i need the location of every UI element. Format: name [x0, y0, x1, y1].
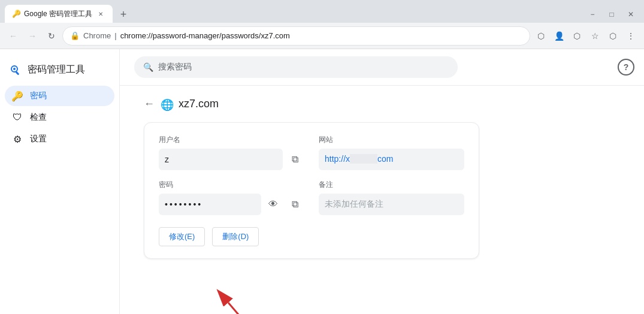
username-field-group: 用户名 z ⧉ — [159, 135, 304, 170]
password-value: •••••••• — [159, 194, 261, 215]
minimize-button[interactable]: − — [584, 8, 601, 20]
app-title: 密码管理工具 — [28, 64, 85, 76]
browser-toolbar: ← → ↻ 🔒 Chrome | chrome://password-manag… — [0, 23, 644, 49]
app-logo — [10, 64, 22, 76]
search-bar[interactable]: 🔍 搜索密码 — [134, 56, 458, 78]
password-label: 密码 — [159, 180, 304, 190]
sidebar-label-settings: 设置 — [30, 134, 47, 144]
site-link[interactable]: http://x com — [325, 154, 393, 165]
chrome-label: Chrome — [83, 31, 111, 40]
site-title: xz7.com — [179, 98, 219, 110]
tab-favicon: 🔑 — [12, 10, 20, 18]
active-tab[interactable]: 🔑 Google 密码管理工具 ✕ — [5, 5, 113, 23]
site-url-redacted — [350, 154, 377, 164]
note-value: 未添加任何备注 — [319, 194, 464, 215]
password-input-row: •••••••• 👁 ⧉ — [159, 194, 304, 215]
sidebar-item-passwords[interactable]: 🔑 密码 — [5, 86, 114, 106]
toggle-password-button[interactable]: 👁 — [264, 195, 283, 214]
note-label: 备注 — [319, 180, 464, 190]
extensions-icon[interactable]: ⬡ — [569, 28, 585, 44]
top-bar: 🔍 搜索密码 ? — [120, 49, 644, 86]
copy-password-button[interactable]: ⧉ — [285, 195, 304, 214]
address-separator: | — [114, 31, 116, 40]
username-label: 用户名 — [159, 135, 304, 145]
forward-button[interactable]: → — [24, 28, 41, 44]
search-placeholder: 搜索密码 — [158, 62, 192, 73]
sidebar-item-checkup[interactable]: 🛡 检查 — [5, 107, 114, 128]
star-icon[interactable]: ☆ — [586, 28, 603, 44]
help-button[interactable]: ? — [618, 59, 634, 76]
bookmark-manager-icon[interactable]: ⬡ — [533, 28, 549, 44]
back-button[interactable]: ← — [5, 28, 22, 44]
shield-icon: 🛡 — [12, 112, 23, 123]
more-menu-icon[interactable]: ⋮ — [622, 28, 639, 44]
website-field-group: 网站 http://x com — [319, 135, 464, 170]
credential-card: 用户名 z ⧉ 网站 ht — [144, 122, 479, 259]
content-area: ← 🌐 xz7.com 用户名 z ⧉ — [120, 86, 644, 314]
title-bar: 🔑 Google 密码管理工具 ✕ + − □ ✕ — [0, 0, 644, 23]
close-button[interactable]: ✕ — [622, 8, 639, 20]
page-content: 密码管理工具 🔑 密码 🛡 检查 ⚙ 设置 — [0, 49, 644, 314]
gear-icon: ⚙ — [12, 134, 23, 144]
card-actions: 修改(E) 删除(D) — [159, 227, 464, 246]
site-url-value: http://x com — [319, 149, 464, 170]
site-favicon: 🌐 — [161, 98, 173, 110]
window-controls: − □ ✕ — [584, 8, 639, 23]
main-area: 🔍 搜索密码 ? ← 🌐 xz7.com 用 — [120, 49, 644, 314]
maximize-button[interactable]: □ — [603, 8, 620, 20]
username-input-row: z ⧉ — [159, 149, 304, 170]
toolbar-actions: ⬡ 👤 ⬡ ☆ ⬡ ⋮ — [533, 28, 639, 44]
refresh-button[interactable]: ↻ — [43, 28, 60, 44]
tab-close-button[interactable]: ✕ — [96, 9, 105, 19]
lock-icon: 🔒 — [70, 31, 80, 40]
note-field-group: 备注 未添加任何备注 — [319, 180, 464, 215]
site-label: 网站 — [319, 135, 464, 145]
sidebar-label-passwords: 密码 — [30, 90, 47, 101]
card-grid: 用户名 z ⧉ 网站 ht — [159, 135, 464, 215]
page-header: ← 🌐 xz7.com — [144, 98, 644, 110]
sidebar-item-settings[interactable]: ⚙ 设置 — [5, 129, 114, 149]
site-url-row: http://x com — [319, 149, 464, 170]
edit-button[interactable]: 修改(E) — [159, 227, 205, 246]
back-arrow[interactable]: ← — [144, 98, 155, 110]
sidebar: 密码管理工具 🔑 密码 🛡 检查 ⚙ 设置 — [0, 49, 120, 314]
tab-area: 🔑 Google 密码管理工具 ✕ + — [5, 5, 584, 23]
password-field-group: 密码 •••••••• 👁 ⧉ — [159, 180, 304, 215]
sidebar-label-checkup: 检查 — [30, 112, 47, 123]
delete-button[interactable]: 删除(D) — [212, 227, 259, 246]
svg-point-2 — [13, 68, 16, 70]
sidebar-nav: 🔑 密码 🛡 检查 ⚙ 设置 — [0, 86, 119, 149]
profile-icon[interactable]: 👤 — [551, 28, 567, 44]
copy-username-button[interactable]: ⧉ — [285, 150, 304, 169]
svg-rect-1 — [15, 71, 19, 75]
username-value: z — [159, 149, 283, 170]
search-icon: 🔍 — [143, 62, 153, 72]
annotation-arrow — [216, 291, 288, 314]
address-bar[interactable]: 🔒 Chrome | chrome://password-manager/pas… — [62, 26, 530, 46]
svg-line-4 — [228, 303, 264, 314]
tab-title: Google 密码管理工具 — [24, 9, 92, 19]
address-text: chrome://password-manager/passwords/xz7.… — [120, 31, 290, 40]
key-icon: 🔑 — [12, 90, 23, 101]
copy-icon[interactable]: ⬡ — [604, 28, 621, 44]
new-tab-button[interactable]: + — [115, 6, 132, 23]
sidebar-header: 密码管理工具 — [0, 59, 119, 86]
